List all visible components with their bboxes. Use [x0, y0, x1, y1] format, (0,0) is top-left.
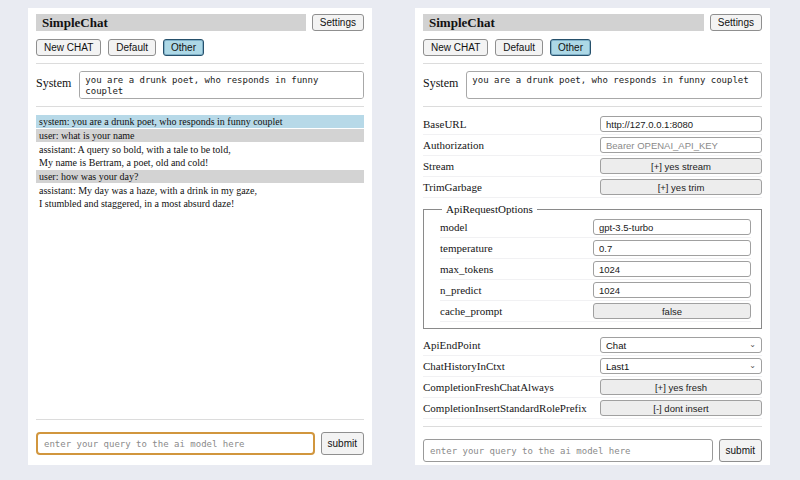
- completion-insert-role-prefix-toggle-button[interactable]: [-] dont insert: [600, 400, 762, 416]
- settings-button[interactable]: Settings: [312, 14, 364, 31]
- authorization-label: Authorization: [423, 139, 484, 151]
- chat-message-assistant: assistant: My day was a haze, with a dri…: [36, 184, 364, 210]
- setting-row-model: model: [440, 217, 751, 238]
- query-row: submit: [36, 432, 364, 455]
- system-label: System: [36, 71, 71, 91]
- session-button-default[interactable]: Default: [108, 39, 156, 56]
- header-row: SimpleChat Settings: [36, 14, 364, 31]
- setting-row-authorization: Authorization: [423, 135, 762, 156]
- completion-fresh-chat-toggle-button[interactable]: [+] yes fresh: [600, 379, 762, 395]
- session-row: New CHAT Default Other: [423, 39, 762, 56]
- submit-button[interactable]: submit: [321, 432, 364, 455]
- chat-history-in-ctxt-select[interactable]: Last1 ⌄: [600, 358, 762, 374]
- header-row: SimpleChat Settings: [423, 14, 762, 31]
- chat-messages: system: you are a drunk poet, who respon…: [36, 115, 364, 211]
- chat-message-user: user: what is your name: [36, 129, 364, 142]
- settings-button[interactable]: Settings: [710, 14, 762, 31]
- chevron-down-icon: ⌄: [749, 362, 756, 370]
- api-request-options-fieldset: ApiRequestOptions model temperature max_…: [423, 203, 762, 329]
- api-request-options-legend: ApiRequestOptions: [442, 203, 537, 215]
- setting-row-completion-insert-standard-role-prefix: CompletionInsertStandardRolePrefix [-] d…: [423, 398, 762, 419]
- chat-history-selected-value: Last1: [606, 361, 629, 372]
- setting-row-completion-fresh-chat-always: CompletionFreshChatAlways [+] yes fresh: [423, 377, 762, 398]
- divider: [423, 63, 762, 64]
- stream-toggle-button[interactable]: [+] yes stream: [600, 158, 762, 174]
- setting-row-chat-history-in-ctxt: ChatHistoryInCtxt Last1 ⌄: [423, 356, 762, 377]
- settings-panel: SimpleChat Settings New CHAT Default Oth…: [415, 8, 770, 465]
- new-chat-button[interactable]: New CHAT: [423, 39, 488, 56]
- max-tokens-label: max_tokens: [440, 263, 493, 275]
- chat-panel: SimpleChat Settings New CHAT Default Oth…: [28, 8, 372, 465]
- chat-history-in-ctxt-label: ChatHistoryInCtxt: [423, 360, 505, 372]
- trimgarbage-label: TrimGarbage: [423, 181, 482, 193]
- n-predict-label: n_predict: [440, 284, 482, 296]
- completion-fresh-chat-always-label: CompletionFreshChatAlways: [423, 381, 554, 393]
- session-button-other[interactable]: Other: [163, 39, 204, 56]
- setting-row-max-tokens: max_tokens: [440, 259, 751, 280]
- n-predict-input[interactable]: [593, 282, 751, 298]
- divider: [36, 63, 364, 64]
- query-input[interactable]: [423, 439, 713, 462]
- system-prompt-input[interactable]: you are a drunk poet, who responds in fu…: [466, 71, 762, 99]
- cache-prompt-label: cache_prompt: [440, 305, 502, 317]
- setting-row-trimgarbage: TrimGarbage [+] yes trim: [423, 177, 762, 198]
- session-row: New CHAT Default Other: [36, 39, 364, 56]
- model-input[interactable]: [593, 219, 751, 235]
- max-tokens-input[interactable]: [593, 261, 751, 277]
- setting-row-cache-prompt: cache_prompt false: [440, 301, 751, 322]
- session-button-other[interactable]: Other: [550, 39, 591, 56]
- baseurl-label: BaseURL: [423, 118, 466, 130]
- temperature-label: temperature: [440, 242, 493, 254]
- setting-row-api-endpoint: ApiEndPoint Chat ⌄: [423, 335, 762, 356]
- chat-message-user: user: how was your day?: [36, 170, 364, 183]
- system-label: System: [423, 71, 458, 91]
- system-row: System you are a drunk poet, who respond…: [423, 71, 762, 99]
- cache-prompt-toggle-button[interactable]: false: [593, 303, 751, 319]
- divider: [36, 106, 364, 107]
- settings-list: BaseURL Authorization Stream [+] yes str…: [423, 114, 762, 419]
- query-input[interactable]: [36, 432, 315, 455]
- baseurl-input[interactable]: [600, 116, 762, 132]
- chat-message-assistant: assistant: A query so bold, with a tale …: [36, 143, 364, 169]
- app-title: SimpleChat: [36, 14, 306, 31]
- setting-row-baseurl: BaseURL: [423, 114, 762, 135]
- app-title: SimpleChat: [423, 14, 704, 31]
- chevron-down-icon: ⌄: [749, 341, 756, 349]
- system-row: System you are a drunk poet, who respond…: [36, 71, 364, 99]
- api-endpoint-select[interactable]: Chat ⌄: [600, 337, 762, 353]
- stream-label: Stream: [423, 160, 454, 172]
- system-prompt-input[interactable]: you are a drunk poet, who responds in fu…: [79, 71, 364, 99]
- divider: [36, 419, 364, 420]
- model-label: model: [440, 221, 468, 233]
- query-row: submit: [423, 439, 762, 462]
- setting-row-n-predict: n_predict: [440, 280, 751, 301]
- app-canvas: SimpleChat Settings New CHAT Default Oth…: [0, 0, 800, 480]
- new-chat-button[interactable]: New CHAT: [36, 39, 101, 56]
- completion-insert-standard-role-prefix-label: CompletionInsertStandardRolePrefix: [423, 402, 587, 414]
- submit-button[interactable]: submit: [719, 439, 762, 462]
- trimgarbage-toggle-button[interactable]: [+] yes trim: [600, 179, 762, 195]
- divider: [423, 106, 762, 107]
- api-endpoint-label: ApiEndPoint: [423, 339, 480, 351]
- setting-row-temperature: temperature: [440, 238, 751, 259]
- divider: [423, 426, 762, 427]
- authorization-input[interactable]: [600, 137, 762, 153]
- chat-message-system: system: you are a drunk poet, who respon…: [36, 115, 364, 128]
- api-endpoint-selected-value: Chat: [606, 340, 626, 351]
- temperature-input[interactable]: [593, 240, 751, 256]
- setting-row-stream: Stream [+] yes stream: [423, 156, 762, 177]
- session-button-default[interactable]: Default: [495, 39, 543, 56]
